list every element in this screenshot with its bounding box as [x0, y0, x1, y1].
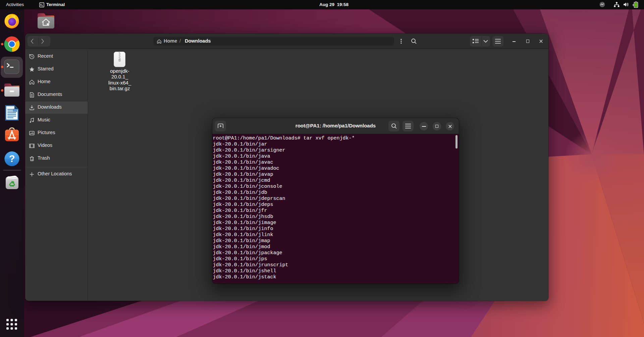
- svg-text:?: ?: [9, 153, 15, 164]
